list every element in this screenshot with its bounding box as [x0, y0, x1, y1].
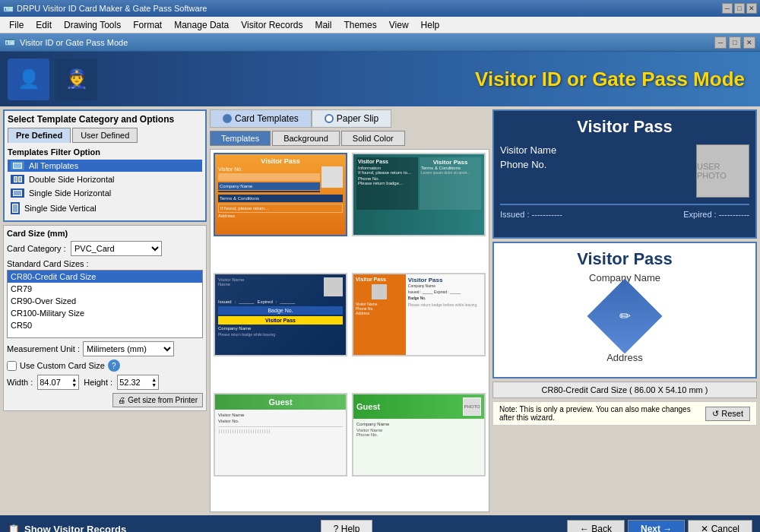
dialog-minimize-button[interactable]: ─ [714, 36, 727, 49]
card-category-select[interactable]: PVC_Card [71, 241, 162, 256]
reset-button[interactable]: ↺ Reset [705, 407, 750, 421]
width-label: Width : [7, 378, 33, 387]
dialog-icon: 🪪 [5, 37, 15, 47]
menu-help[interactable]: Help [415, 18, 446, 32]
template-card-4[interactable]: Visitor Pass Visitor Name Phone No. Addr… [352, 273, 486, 356]
select-category-box: Select Template Category and Options Pre… [3, 109, 207, 222]
size-list[interactable]: CR80-Credit Card Size CR79 CR90-Over Siz… [7, 270, 203, 338]
radio-card-label: Card Templates [235, 113, 299, 124]
card-size-section: Card Size (mm) Card Category : PVC_Card … [3, 225, 207, 411]
right-panel: Visitor Pass Visitor Name Phone No. USER… [492, 109, 757, 512]
filter-single-h-label: Single Side Horizontal [29, 188, 111, 198]
records-icon: 📋 [8, 524, 20, 533]
card-size-info: CR80-Credit Card Size ( 86.00 X 54.10 mm… [492, 382, 757, 398]
menu-file[interactable]: File [3, 18, 30, 32]
template-card-3[interactable]: Visitor Name Name Issued:______ Expired:… [214, 273, 347, 356]
size-cr90[interactable]: CR90-Over Sized [8, 295, 202, 307]
menu-mail[interactable]: Mail [309, 18, 337, 32]
width-spinner[interactable]: ▲▼ [71, 377, 77, 388]
width-input[interactable]: 84.07 ▲▼ [37, 375, 79, 390]
filter-all-label: All Templates [29, 161, 78, 170]
printer-icon: 🖨 [118, 396, 125, 404]
preview-photo-box: USER PHOTO [696, 144, 749, 198]
issued-row: Issued : ----------- Expired : ---------… [500, 204, 749, 219]
tab-background[interactable]: Background [272, 131, 340, 146]
preview-bottom: Visitor Pass Company Name ✏ Address [492, 242, 757, 378]
template-content-tabs: Templates Background Solid Color [210, 131, 489, 146]
issued-label: Issued : ----------- [500, 210, 625, 219]
template-card-1[interactable]: Visitor Pass Visitor No. Company Name Te… [214, 153, 347, 236]
menu-themes[interactable]: Themes [337, 18, 382, 32]
custom-size-checkbox[interactable] [7, 361, 17, 371]
template-tabs-row: Pre Defined User Defined [8, 128, 202, 143]
app-icon: 🪪 [3, 4, 14, 14]
preview-top-title: Visitor Pass [500, 117, 749, 137]
get-size-button[interactable]: 🖨 Get size from Printer [112, 393, 203, 407]
dimensions-row: Width : 84.07 ▲▼ Height : 52.32 ▲▼ [7, 375, 203, 390]
measurement-select[interactable]: Milimeters (mm) [83, 341, 174, 356]
measurement-label: Measurement Unit : [7, 344, 80, 353]
bottom-nav-bar: 📋 Show Visitor Records ? Help ← Back Nex… [0, 515, 760, 532]
minimize-button[interactable]: ─ [722, 3, 733, 14]
dialog-title-bar: 🪪 Visitor ID or Gate Pass Mode ─ □ ✕ [0, 33, 760, 52]
help-button[interactable]: ? Help [321, 520, 373, 532]
center-panel: Card Templates Paper Slip Templates Back… [210, 109, 489, 512]
filter-single-horizontal[interactable]: Single Side Horizontal [8, 187, 202, 199]
phone-label: Phone No. [500, 159, 689, 170]
header-visitor-icon: 👤 [8, 59, 49, 100]
tab-userdefined[interactable]: User Defined [72, 128, 138, 143]
filter-label: Templates Filter Option [8, 147, 202, 157]
header-title: Visitor ID or Gate Pass Mode [475, 68, 745, 91]
title-bar-left: 🪪 DRPU Visitor ID Card Maker & Gate Pass… [3, 4, 207, 14]
standard-sizes-label: Standard Card Sizes : [7, 259, 203, 268]
size-cr80[interactable]: CR80-Credit Card Size [8, 271, 202, 283]
tab-predefined[interactable]: Pre Defined [8, 128, 71, 143]
filter-all-templates[interactable]: All Templates [8, 160, 202, 172]
preview-content: Visitor Name Phone No. USER PHOTO [500, 144, 749, 198]
maximize-button[interactable]: □ [734, 3, 745, 14]
filter-all-icon [11, 161, 24, 170]
size-cr100[interactable]: CR100-Military Size [8, 307, 202, 319]
cancel-button[interactable]: ✕ Cancel [688, 520, 752, 532]
height-spinner[interactable]: ▲▼ [151, 377, 157, 388]
menu-bar: File Edit Drawing Tools Format Manage Da… [0, 17, 760, 33]
menu-visitor-records[interactable]: Visitor Records [235, 18, 309, 32]
diamond-container: ✏ [500, 290, 749, 343]
menu-format[interactable]: Format [127, 18, 168, 32]
radio-card-templates[interactable]: Card Templates [210, 109, 312, 128]
size-cr79[interactable]: CR79 [8, 283, 202, 295]
card-size-title: Card Size (mm) [7, 229, 203, 238]
bottom-right: ← Back Next → ✕ Cancel [567, 520, 752, 532]
template-card-6[interactable]: Guest PHOTO Company Name Visitor Name Ph… [352, 393, 486, 477]
title-bar-controls: ─ □ ✕ [722, 3, 757, 14]
dialog-close-button[interactable]: ✕ [743, 36, 755, 49]
dialog-title: Visitor ID or Gate Pass Mode [20, 38, 128, 47]
filter-single-vertical[interactable]: Single Side Vertical [8, 201, 202, 216]
template-card-2[interactable]: Visitor Pass Information If found, pleas… [352, 153, 486, 236]
diamond-icon: ✏ [587, 279, 663, 354]
menu-edit[interactable]: Edit [30, 18, 58, 32]
show-visitor-records-button[interactable]: 📋 Show Visitor Records [8, 524, 126, 533]
close-button[interactable]: ✕ [746, 3, 757, 14]
dialog-maximize-button[interactable]: □ [729, 36, 741, 49]
photo-placeholder: USER PHOTO [697, 162, 749, 180]
height-label: Height : [84, 378, 112, 387]
title-bar: 🪪 DRPU Visitor ID Card Maker & Gate Pass… [0, 0, 760, 17]
radio-paper-slip[interactable]: Paper Slip [312, 109, 391, 128]
tab-templates[interactable]: Templates [210, 131, 271, 146]
next-button[interactable]: Next → [628, 520, 685, 532]
main-content: Select Template Category and Options Pre… [0, 106, 760, 515]
card-type-row: Card Templates Paper Slip [210, 109, 489, 128]
filter-double-horizontal[interactable]: Double Side Horizontal [8, 173, 202, 185]
menu-view[interactable]: View [383, 18, 415, 32]
tab-solid-color[interactable]: Solid Color [341, 131, 405, 146]
back-button[interactable]: ← Back [567, 520, 625, 532]
help-circle-icon[interactable]: ? [108, 359, 120, 372]
menu-drawing-tools[interactable]: Drawing Tools [58, 18, 127, 32]
custom-size-row: Use Custom Card Size ? [7, 359, 203, 372]
template-card-5[interactable]: Guest Visitor Name Visitor No. |||||||||… [214, 393, 347, 477]
height-input[interactable]: 52.32 ▲▼ [117, 375, 159, 390]
filter-double-label: Double Side Horizontal [29, 175, 115, 184]
menu-manage-data[interactable]: Manage Data [168, 18, 235, 32]
size-cr50[interactable]: CR50 [8, 319, 202, 331]
